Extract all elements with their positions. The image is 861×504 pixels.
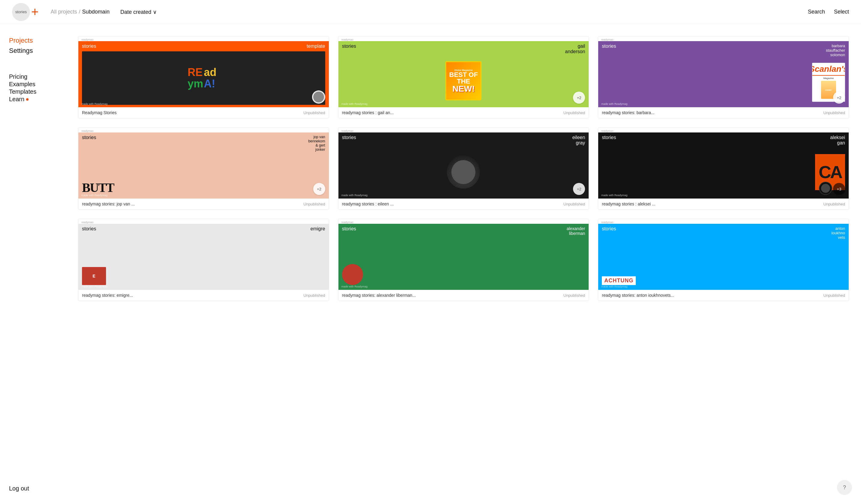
card-4-title: readymag stories: jop van ... [82, 202, 135, 206]
breadcrumb-separator: / [79, 9, 81, 15]
project-card-5[interactable]: readymao stories eileengray +2 made with… [338, 127, 589, 210]
logo-circle: stories [12, 3, 30, 21]
card-8-thumbnail: stories alexanderliberman made with Read… [339, 224, 589, 290]
sidebar-item-templates[interactable]: Templates [9, 88, 57, 95]
project-card-6[interactable]: readymao stories alekseigan CA [598, 127, 849, 210]
card-3-title: readymag stories: barbara... [602, 110, 654, 115]
card-6-top-label: readymao [598, 128, 849, 133]
card-4-top-label: readymao [78, 128, 329, 133]
sidebar-nav: Projects Settings [9, 36, 57, 55]
card-1-title: Readymag Stories [82, 110, 117, 115]
projects-grid: readymao stories template RE ad ym A! [78, 36, 849, 301]
card-7-status: Unpublished [303, 293, 325, 298]
card-4-status: Unpublished [303, 202, 325, 206]
search-button[interactable]: Search [808, 9, 825, 15]
sidebar: Projects Settings Pricing Examples Templ… [0, 24, 66, 313]
card-1-readymag-label: made with Readymag [81, 103, 108, 106]
card-9-readymag-label: made with Readymag [601, 285, 627, 288]
sidebar-item-learn[interactable]: Learn [9, 96, 57, 103]
sidebar-item-pricing[interactable]: Pricing [9, 73, 57, 80]
card-6-title: readymag stories : aleksei ... [602, 202, 655, 206]
card-7-top-label: readymao [78, 219, 329, 224]
card-4-readymag-label: made with Readymag [81, 194, 108, 197]
date-sort-button[interactable]: Date created ∨ [120, 9, 157, 15]
card-5-title: readymag stories : eileen ... [342, 202, 394, 206]
breadcrumb: All projects / Subdomain Date created ∨ [51, 9, 808, 15]
card-2-footer: readymag stories : gail an... Unpublishe… [339, 107, 589, 118]
card-5-readymag-label: made with Readymag [341, 194, 368, 197]
main-content: readymao stories template RE ad ym A! [66, 24, 861, 313]
project-card-7[interactable]: readymao stories emigre E made with Read… [78, 219, 329, 301]
card-6-footer: readymag stories : aleksei ... Unpublish… [598, 199, 849, 209]
card-7-footer: readymag stories: emigre... Unpublished [78, 290, 329, 301]
card-8-status: Unpublished [563, 293, 585, 298]
project-card-2[interactable]: readymao stories gailanderson Globe Maga… [338, 36, 589, 118]
card-1-footer: Readymag Stories Unpublished [78, 107, 329, 118]
card-9-status: Unpublished [823, 293, 845, 298]
logo-text: stories [15, 10, 27, 14]
card-3-thumbnail: stories barbarastauffachersolomon Scanla… [598, 41, 849, 107]
card-7-thumbnail: stories emigre E made with Readymag [78, 224, 329, 290]
card-8-readymag-label: made with Readymag [341, 285, 368, 288]
card-2-thumbnail: stories gailanderson Globe Magazine BEST… [339, 41, 589, 107]
logo-plus-icon: + [31, 6, 39, 18]
card-4-footer: readymag stories: jop van ... Unpublishe… [78, 199, 329, 209]
card-7-title: readymag stories: emigre... [82, 293, 133, 298]
card-5-top-label: readymao [339, 128, 589, 133]
card-9-footer: readymag stories: anton ioukhnovets... U… [598, 290, 849, 301]
project-card-9[interactable]: readymao stories antonioukhnovets ACHTUN… [598, 219, 849, 301]
header-actions: Search Select [808, 9, 849, 15]
card-1-status: Unpublished [303, 110, 325, 115]
card-9-thumbnail: stories antonioukhnovets ACHTUNG made wi… [598, 224, 849, 290]
card-6-readymag-label: made with Readymag [601, 194, 627, 197]
project-card-4[interactable]: readymao stories jop vanbennekom& gertjo… [78, 127, 329, 210]
card-9-top-label: readymao [598, 219, 849, 224]
card-2-title: readymag stories : gail an... [342, 110, 394, 115]
card-9-title: readymag stories: anton ioukhnovets... [602, 293, 674, 298]
project-card-1[interactable]: readymao stories template RE ad ym A! [78, 36, 329, 118]
sidebar-external-links: Pricing Examples Templates Learn [9, 73, 57, 103]
card-5-footer: readymag stories : eileen ... Unpublishe… [339, 199, 589, 209]
sidebar-item-projects[interactable]: Projects [9, 36, 57, 45]
card-3-footer: readymag stories: barbara... Unpublished [598, 107, 849, 118]
project-card-3[interactable]: readymao stories barbarastauffachersolom… [598, 36, 849, 118]
card-3-top-label: readymao [598, 36, 849, 41]
card-8-title: readymag stories: alexander liberman... [342, 293, 416, 298]
card-4-badge: +2 [313, 183, 325, 195]
card-6-thumbnail: stories alekseigan CA +3 made with Ready… [598, 133, 849, 199]
card-1-top-label: readymao [78, 36, 329, 41]
header: stories + All projects / Subdomain Date … [0, 0, 861, 24]
sidebar-item-examples[interactable]: Examples [9, 81, 57, 88]
card-6-badge: +3 [833, 183, 845, 195]
project-card-8[interactable]: readymao stories alexanderliberman made … [338, 219, 589, 301]
select-button[interactable]: Select [834, 9, 849, 15]
card-5-thumbnail: stories eileengray +2 made with Readymag [339, 133, 589, 199]
breadcrumb-all-projects[interactable]: All projects [51, 9, 77, 15]
card-8-top-label: readymao [339, 219, 589, 224]
card-6-status: Unpublished [823, 202, 845, 206]
card-2-status: Unpublished [563, 110, 585, 115]
learn-label: Learn [9, 96, 24, 103]
card-2-readymag-label: made with Readymag [341, 103, 368, 106]
card-3-readymag-label: made with Readymag [601, 103, 627, 106]
card-1-thumbnail: stories template RE ad ym A! [78, 41, 329, 107]
card-2-top-label: readymao [339, 36, 589, 41]
breadcrumb-subdomain[interactable]: Subdomain [82, 9, 110, 15]
card-4-thumbnail: stories jop vanbennekom& gertjonker BUTT… [78, 133, 329, 199]
card-8-footer: readymag stories: alexander liberman... … [339, 290, 589, 301]
card-3-badge: +2 [833, 92, 845, 104]
learn-badge-dot [26, 98, 29, 100]
sidebar-item-settings[interactable]: Settings [9, 46, 57, 55]
logo[interactable]: stories + [12, 3, 39, 21]
card-5-status: Unpublished [563, 202, 585, 206]
card-7-readymag-label: made with Readymag [81, 285, 108, 288]
card-3-status: Unpublished [823, 110, 845, 115]
